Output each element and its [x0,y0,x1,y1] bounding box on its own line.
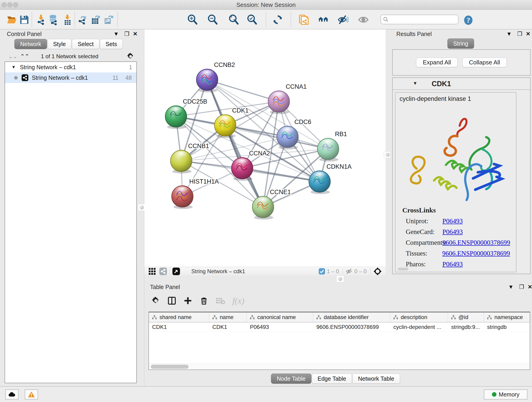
footer-separator [170,268,170,275]
table-cell[interactable]: P06493 [247,322,313,332]
horizontal-scrollbar-thumb[interactable] [398,268,408,270]
horizontal-scrollbar-thumb[interactable] [151,365,189,369]
table-cell[interactable]: CDK1 [209,322,247,332]
table-cell[interactable]: stringdb [484,322,531,332]
table-cell[interactable]: 9606.ENSP00000378699 [313,322,390,332]
crosslink-link[interactable]: 9606.ENSP00000378699 [443,239,510,246]
clone-network-icon[interactable] [298,14,309,25]
column-header-name[interactable]: name [209,313,247,322]
search-input[interactable] [391,16,455,23]
tab-edge-table[interactable]: Edge Table [312,374,352,384]
zoom-fit-icon[interactable] [228,14,239,25]
column-header-description[interactable]: description [390,313,448,322]
homes-icon[interactable] [318,14,329,25]
expand-all-button[interactable]: Expand All [416,57,457,67]
show-columns-icon[interactable] [167,296,177,305]
help-icon[interactable]: ? [463,15,473,25]
node-rb1[interactable]: RB1 [317,131,347,162]
zoom-out-icon[interactable] [207,14,218,25]
selected-count-checkbox-icon[interactable] [318,268,325,275]
cloud-button[interactable] [5,389,19,400]
horizontal-splitter[interactable] [144,275,532,282]
tab-network-table[interactable]: Network Table [352,374,400,384]
close-window-icon[interactable] [2,2,7,7]
column-header-database-identifier[interactable]: database identifier [313,313,390,322]
column-header-canonical-name[interactable]: canonical name [247,313,313,322]
grid-view-icon[interactable] [148,267,156,275]
edge-ccnb2-ccna1[interactable] [207,80,279,102]
warnings-button[interactable] [25,389,38,400]
table-cell[interactable]: CDK1 [149,322,209,332]
memory-button[interactable]: Memory [484,389,527,400]
open-session-icon[interactable] [6,14,17,25]
import-network-file-icon[interactable] [36,14,46,25]
export-image-icon[interactable] [103,14,114,25]
refresh-layout-icon[interactable] [272,14,283,25]
column-header-namespace[interactable]: namespace [484,313,531,322]
crosslink-link[interactable]: P06493 [443,217,463,225]
splitter-handle[interactable] [336,275,344,282]
table-panel-title: Table Panel [150,284,180,290]
zoom-selected-icon[interactable] [247,14,258,25]
delete-column-trash-icon[interactable] [199,296,209,305]
control-panel-float-icon[interactable]: ❒ [124,31,129,37]
node-label-hist1h1a: HIST1H1A [189,178,219,185]
crosslink-link[interactable]: P06493 [443,228,463,236]
save-session-icon[interactable] [19,14,30,25]
network-collection-row[interactable]: ▼ String Network – cdk1 1 [5,62,136,72]
show-all-eye-icon[interactable] [358,14,369,25]
vertical-splitter-right[interactable] [386,29,390,275]
tab-node-table[interactable]: Node Table [271,374,311,384]
crosslink-link[interactable]: P06493 [443,260,463,268]
minimize-window-icon[interactable] [7,2,12,7]
tab-select[interactable]: Select [72,39,99,49]
network-options-gear-icon[interactable] [127,52,135,61]
network-view-mode-icon[interactable] [159,267,167,275]
collapse-all-button[interactable]: Collapse All [462,57,507,67]
network-canvas[interactable]: CCNB2CCNA1CDC25BCDK1CDC6RB1CCNB1CCNA2CDK… [144,29,386,267]
table-cell[interactable]: stringdb:9... [448,322,484,332]
node-hist1h1a[interactable]: HIST1H1A [172,178,219,209]
pan-mode-icon[interactable] [373,267,382,276]
column-header-shared-name[interactable]: shared name [149,313,209,322]
node-cdc6[interactable]: CDC6 [277,119,311,149]
tab-string[interactable]: String [447,38,474,49]
node-ccnb1[interactable]: CCNB1 [171,143,209,173]
node-cdkn1a[interactable]: CDKN1A [309,163,352,194]
horizontal-scrollbar[interactable] [149,364,530,370]
table-panel-menu-icon[interactable]: ▼ [508,284,514,290]
control-panel-close-icon[interactable]: ✕ [133,31,138,37]
control-panel-menu-icon[interactable]: ▼ [114,31,119,37]
birds-eye-view-icon[interactable] [172,267,180,275]
hide-selected-eye-icon[interactable] [337,14,348,25]
table-settings-gear-icon[interactable] [151,296,160,305]
export-network-icon[interactable] [77,14,88,25]
network-row[interactable]: String Network – cdk1 11 48 [5,72,136,83]
warning-icon [28,391,35,398]
results-panel-close-icon[interactable]: ✕ [526,31,530,37]
table-panel-float-icon[interactable]: ❒ [519,284,524,290]
tab-network[interactable]: Network [14,39,47,49]
zoom-in-icon[interactable] [187,14,198,25]
gene-expander-icon[interactable]: ▼ [413,81,418,86]
add-column-icon[interactable] [183,296,192,305]
collection-expander-icon[interactable]: ▼ [12,65,16,70]
results-panel-menu-icon[interactable]: ▼ [506,31,512,37]
results-panel-float-icon[interactable]: ❒ [517,31,522,37]
table-row[interactable]: CDK1CDK1P064939606.ENSP00000378699cyclin… [149,322,530,332]
column-header-@id[interactable]: @id [448,313,484,322]
vertical-splitter-left[interactable] [139,29,144,386]
tab-style[interactable]: Style [47,39,72,49]
node-table: shared namenamecanonical namedatabase id… [148,312,530,370]
export-table-icon[interactable] [90,14,101,25]
main-toolbar: ? [0,10,532,29]
table-panel-close-icon[interactable]: ✕ [528,284,532,290]
tab-sets[interactable]: Sets [100,39,123,49]
table-cell[interactable]: cyclin-dependent ... [390,322,448,332]
node-ccne1[interactable]: CCNE1 [252,189,291,220]
crosslink-link[interactable]: 9606.ENSP00000378699 [442,249,510,257]
import-table-file-icon[interactable] [62,14,73,25]
import-network-database-icon[interactable] [48,14,59,25]
zoom-window-icon[interactable] [13,2,18,7]
gene-details: cyclin-dependent kinase 1 CrossLinks [395,92,516,272]
